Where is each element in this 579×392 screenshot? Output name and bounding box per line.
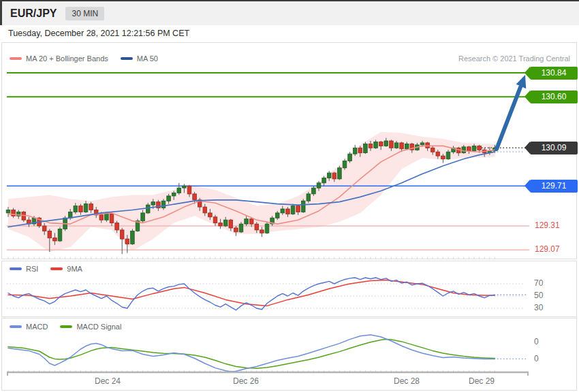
rsi-panel-legend: RSI 9MA: [10, 265, 82, 273]
rsi-level-label-70: 70: [534, 278, 543, 288]
research-watermark: Research © 2021 Trading Central: [458, 54, 570, 63]
macd-signal-legend-label: MACD Signal: [76, 323, 121, 331]
timeframe-badge: 30 MIN: [65, 7, 104, 20]
price-tag-130.09: 130.09: [530, 142, 578, 154]
ma50-legend-label: MA 50: [137, 54, 158, 63]
rsi-panel: [1, 261, 577, 317]
macd-panel-legend: MACD MACD Signal: [10, 323, 121, 331]
symbol-title: EUR/JPY: [10, 7, 57, 20]
chart-header: EUR/JPY 30 MIN: [0, 0, 579, 25]
macd-zero-label-1: 0: [534, 354, 539, 363]
xaxis-label-dec-24: Dec 24: [95, 376, 121, 386]
rsi-legend-label: RSI: [26, 265, 38, 273]
ma20-bollinger-legend-label: MA 20 + Bollinger Bands: [26, 54, 108, 63]
price-tag-130.60: 130.60: [530, 91, 578, 103]
rsi-9ma-legend-label: 9MA: [67, 265, 82, 273]
price-text-129.07: 129.07: [535, 244, 560, 254]
rsi-swatch-icon: [10, 267, 22, 270]
price-tag-129.71: 129.71: [530, 180, 578, 193]
macd-legend-label: MACD: [26, 323, 48, 331]
xaxis-label-dec-26: Dec 26: [233, 376, 259, 386]
macd-swatch-icon: [10, 325, 22, 328]
price-panel: [1, 42, 577, 259]
chart-timestamp: Tuesday, December 28, 2021 12:21:56 PM C…: [8, 29, 189, 38]
macd-signal-swatch-icon: [60, 325, 72, 328]
price-panel-legend: MA 20 + Bollinger Bands MA 50: [10, 54, 158, 63]
ma50-swatch-icon: [121, 57, 133, 60]
price-tag-130.84: 130.84: [530, 67, 578, 80]
ma20-bollinger-swatch-icon: [10, 57, 22, 60]
xaxis-label-dec-29: Dec 29: [469, 376, 495, 386]
price-text-129.31: 129.31: [535, 220, 560, 230]
rsi-level-label-30: 30: [534, 303, 543, 312]
rsi-9ma-swatch-icon: [50, 267, 63, 270]
xaxis-label-dec-28: Dec 28: [394, 376, 420, 386]
rsi-level-label-50: 50: [534, 291, 543, 300]
trading-central-chart-page: EUR/JPY 30 MIN Tuesday, December 28, 202…: [0, 0, 579, 392]
macd-zero-label-0: 0: [534, 337, 539, 346]
